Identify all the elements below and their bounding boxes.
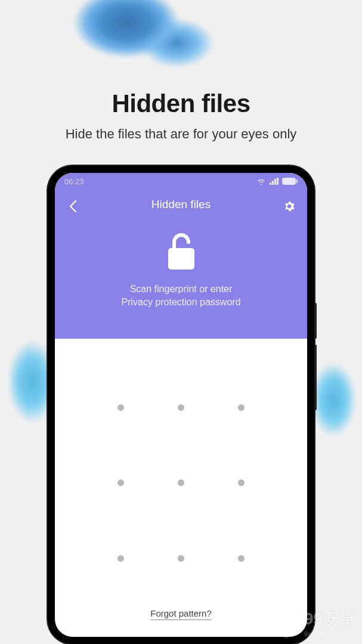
- watermark-subtext: 9anzhuo.com: [304, 630, 356, 637]
- battery-icon: [282, 178, 298, 185]
- app-header: Hidden files Scan fingerprint or enter P…: [55, 190, 307, 339]
- pattern-dot[interactable]: [117, 404, 124, 411]
- signal-icon: [270, 178, 279, 185]
- decorative-ink-top: [60, 0, 227, 83]
- svg-rect-1: [272, 181, 274, 185]
- svg-rect-8: [281, 624, 291, 631]
- header-message: Scan fingerprint or enter Privacy protec…: [55, 283, 307, 309]
- forgot-pattern-link[interactable]: Forgot pattern?: [150, 608, 212, 620]
- svg-rect-3: [277, 178, 279, 185]
- page-title: Hidden files: [0, 89, 362, 118]
- svg-rect-5: [296, 179, 298, 183]
- header-message-line: Scan fingerprint or enter: [55, 283, 307, 296]
- settings-button[interactable]: [281, 198, 298, 215]
- watermark: 99安卓 9anzhuo.com: [273, 607, 356, 638]
- pattern-dot[interactable]: [178, 479, 184, 486]
- page-subtitle: Hide the files that are for your eyes on…: [0, 126, 362, 142]
- svg-rect-2: [274, 179, 276, 185]
- wifi-icon: [256, 178, 266, 185]
- status-time: 06:23: [64, 177, 84, 186]
- svg-rect-4: [282, 178, 296, 185]
- phone-screen: 06:23 Hidden files Scan fin: [55, 173, 307, 637]
- watermark-text: 99安卓: [304, 608, 356, 630]
- pattern-dot[interactable]: [117, 479, 124, 486]
- pattern-dot[interactable]: [238, 404, 245, 411]
- lock-open-icon: [165, 233, 198, 273]
- status-bar: 06:23: [55, 173, 307, 190]
- svg-point-7: [283, 616, 289, 622]
- pattern-lock-grid[interactable]: [55, 352, 307, 602]
- pattern-dot[interactable]: [117, 555, 124, 562]
- watermark-logo-icon: [273, 607, 299, 638]
- phone-frame: 06:23 Hidden files Scan fin: [48, 166, 314, 644]
- svg-rect-6: [168, 248, 194, 270]
- phone-side-button: [314, 303, 317, 339]
- header-title: Hidden files: [55, 198, 307, 211]
- pattern-dot[interactable]: [178, 555, 184, 562]
- gear-icon: [283, 200, 296, 213]
- svg-rect-0: [270, 182, 271, 185]
- pattern-dot[interactable]: [238, 479, 245, 486]
- status-icons: [256, 178, 298, 185]
- header-message-line: Privacy protection password: [55, 296, 307, 309]
- pattern-dot[interactable]: [238, 555, 245, 562]
- phone-side-button: [314, 345, 317, 410]
- pattern-dot[interactable]: [178, 404, 184, 411]
